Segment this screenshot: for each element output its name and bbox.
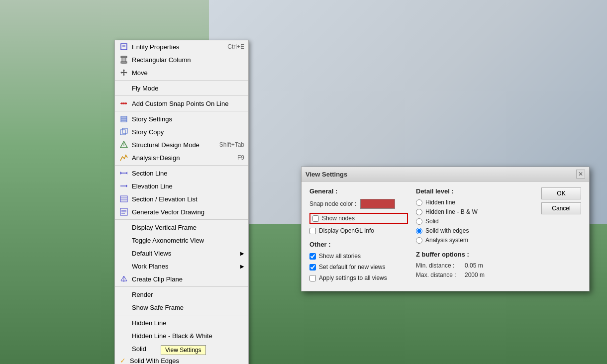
shortcut-label: Ctrl+E — [227, 43, 244, 50]
view-settings-dialog: View Settings ✕ General : Snap node colo… — [301, 167, 590, 291]
radio-solid-edges-label: Solid with edges — [425, 227, 469, 234]
min-distance-row: Min. distance : 0.05 m — [416, 262, 525, 269]
separator-2 — [115, 95, 248, 96]
svg-marker-18 — [120, 172, 122, 175]
dialog-titlebar: View Settings ✕ — [302, 167, 589, 182]
work-planes-icon — [118, 261, 130, 271]
shortcut-label: Shift+Tab — [219, 141, 244, 148]
menu-item-label: Generate Vector Drawing — [130, 208, 244, 216]
show-nodes-checkbox[interactable] — [312, 215, 319, 222]
menu-item-hidden-line[interactable]: Hidden Line — [115, 316, 248, 329]
separator-1 — [115, 80, 248, 81]
svg-rect-4 — [121, 56, 127, 58]
svg-marker-21 — [126, 184, 127, 187]
context-menu: Entity Properties Ctrl+E Rectangular Col… — [114, 40, 249, 364]
dialog-close-button[interactable]: ✕ — [576, 170, 585, 179]
menu-item-label: Story Copy — [130, 128, 244, 136]
general-section-label: General : — [309, 187, 408, 195]
menu-item-rectangular-column[interactable]: Rectangular Column — [115, 53, 248, 66]
set-default-checkbox[interactable] — [309, 264, 316, 271]
display-opengl-checkbox[interactable] — [309, 228, 316, 234]
svg-rect-14 — [122, 128, 127, 133]
radio-solid-edges-input[interactable] — [416, 228, 422, 234]
menu-item-label: Solid With Edges — [128, 357, 244, 364]
menu-item-render[interactable]: Render — [115, 288, 248, 301]
radio-analysis-input[interactable] — [416, 237, 422, 244]
radio-solid-label: Solid — [425, 218, 439, 225]
submenu-arrow: ▶ — [240, 251, 244, 256]
menu-item-label: Show Safe Frame — [130, 304, 244, 311]
max-distance-value: 2000 m — [465, 272, 485, 278]
snap-color-swatch[interactable] — [360, 199, 395, 209]
menu-item-elevation-line[interactable]: Elevation Line — [115, 180, 248, 192]
menu-item-analysis-design[interactable]: Analysis+Design F9 — [115, 151, 248, 164]
menu-item-section-line[interactable]: Section Line — [115, 167, 248, 180]
menu-item-label: Work Planes — [130, 263, 240, 270]
menu-item-hidden-line-bw[interactable]: Hidden Line - Black & White — [115, 329, 248, 342]
apply-settings-checkbox[interactable] — [309, 275, 316, 281]
hidden-line-icon — [118, 318, 130, 328]
display-opengl-label: Display OpenGL Info — [319, 227, 374, 234]
structural-design-icon — [118, 140, 130, 150]
shortcut-label: F9 — [237, 154, 244, 161]
radio-hidden-line-bw: Hidden line - B & W — [416, 208, 525, 215]
detail-level-label: Detail level : — [416, 187, 525, 195]
menu-item-create-clip[interactable]: Create Clip Plane — [115, 273, 248, 285]
svg-rect-10 — [121, 116, 127, 118]
menu-item-structural-design[interactable]: Structural Design Mode Shift+Tab — [115, 138, 248, 151]
menu-item-default-views[interactable]: Default Views ▶ — [115, 247, 248, 260]
menu-item-solid-with-edges[interactable]: ✓ Solid With Edges — [115, 355, 248, 364]
menu-item-move[interactable]: Move — [115, 66, 248, 79]
menu-item-story-copy[interactable]: Story Copy — [115, 125, 248, 138]
menu-item-fly-mode[interactable]: Fly Mode — [115, 82, 248, 94]
fly-mode-icon — [118, 83, 130, 93]
radio-analysis-system: Analysis system — [416, 237, 525, 244]
menu-item-label: Structural Design Mode — [130, 141, 214, 149]
menu-item-generate-vector[interactable]: Generate Vector Drawing — [115, 205, 248, 218]
svg-rect-5 — [121, 62, 127, 63]
menu-item-label: Default Views — [130, 250, 240, 257]
menu-item-display-vertical[interactable]: Display Vertical Frame — [115, 221, 248, 234]
story-copy-icon — [118, 127, 130, 137]
show-all-stories-checkbox[interactable] — [309, 253, 316, 260]
tooltip-text: View Settings — [165, 347, 202, 354]
menu-item-entity-properties[interactable]: Entity Properties Ctrl+E — [115, 40, 248, 53]
other-section: Other : Show all stories Set default for… — [309, 241, 408, 282]
menu-item-label: Section Line — [130, 170, 244, 177]
menu-item-story-settings[interactable]: Story Settings — [115, 112, 248, 125]
generate-vector-icon — [118, 207, 130, 217]
radio-analysis-label: Analysis system — [425, 237, 468, 244]
menu-item-label: Fly Mode — [130, 85, 244, 92]
menu-item-label: Toggle Axonometric View — [130, 237, 244, 244]
menu-item-label: Story Settings — [130, 115, 244, 123]
move-icon — [118, 68, 130, 78]
section-elevation-list-icon — [118, 194, 130, 204]
ok-button[interactable]: OK — [541, 187, 581, 199]
menu-item-add-snap[interactable]: Add Custom Snap Points On Line — [115, 97, 248, 110]
display-vertical-icon — [118, 222, 130, 232]
menu-item-work-planes[interactable]: Work Planes ▶ — [115, 260, 248, 273]
check-mark: ✓ — [118, 357, 128, 364]
radio-hidden-line-bw-input[interactable] — [416, 209, 422, 215]
menu-item-label: Display Vertical Frame — [130, 224, 244, 231]
svg-point-8 — [123, 102, 125, 104]
svg-rect-13 — [120, 130, 125, 135]
other-section-label: Other : — [309, 241, 408, 248]
radio-hidden-line-label: Hidden line — [425, 199, 455, 206]
radio-hidden-line-input[interactable] — [416, 199, 422, 206]
radio-solid-input[interactable] — [416, 218, 422, 225]
cancel-button[interactable]: Cancel — [541, 202, 581, 214]
menu-item-toggle-axonometric[interactable]: Toggle Axonometric View — [115, 234, 248, 247]
dialog-body: General : Snap node color : Show nodes D… — [302, 182, 589, 291]
menu-item-label: Hidden Line - Black & White — [130, 332, 244, 340]
svg-marker-19 — [126, 172, 127, 175]
menu-item-show-safe-frame[interactable]: Show Safe Frame — [115, 301, 248, 314]
section-line-icon — [118, 168, 130, 178]
menu-item-section-elevation-list[interactable]: Section / Elevation List — [115, 192, 248, 205]
separator-3 — [115, 111, 248, 111]
elevation-line-icon — [118, 181, 130, 191]
menu-item-label: Rectangular Column — [130, 56, 244, 64]
menu-item-label: Add Custom Snap Points On Line — [130, 100, 244, 107]
submenu-arrow: ▶ — [240, 264, 244, 269]
render-icon — [118, 289, 130, 299]
